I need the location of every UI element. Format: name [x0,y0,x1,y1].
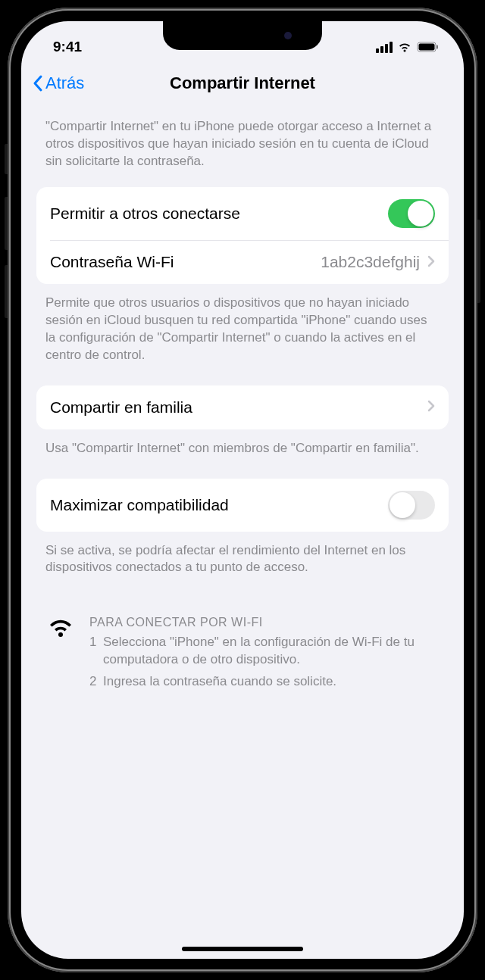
family-sharing-footer: Usa "Compartir Internet" con miembros de… [36,429,449,479]
silent-switch [5,144,8,174]
wifi-instructions-content: PARA CONECTAR POR WI-FI 1 Selecciona "iP… [89,616,440,695]
home-indicator[interactable] [182,947,303,951]
svg-rect-1 [419,44,435,51]
svg-rect-2 [436,45,438,49]
page-title: Compartir Internet [170,73,315,93]
maximize-compat-row[interactable]: Maximizar compatibilidad [36,479,449,532]
status-time: 9:41 [53,39,82,55]
maximize-compat-label: Maximizar compatibilidad [50,496,229,514]
allow-others-footer: Permite que otros usuarios o dispositivo… [36,284,449,385]
hotspot-settings-group: Permitir a otros conectarse Contraseña W… [36,187,449,284]
chevron-right-icon [427,253,435,271]
maximize-compat-toggle[interactable] [388,491,435,520]
allow-others-row[interactable]: Permitir a otros conectarse [36,187,449,240]
wifi-instructions-heading: PARA CONECTAR POR WI-FI [89,616,440,629]
family-sharing-group: Compartir en familia [36,385,449,429]
family-sharing-row[interactable]: Compartir en familia [36,385,449,429]
intro-description: "Compartir Internet" en tu iPhone puede … [36,105,449,187]
wifi-password-label: Contraseña Wi-Fi [50,253,174,271]
notch [163,21,322,50]
content-scroll[interactable]: "Compartir Internet" en tu iPhone puede … [21,105,464,944]
nav-bar: Atrás Compartir Internet [21,62,464,105]
wifi-password-value: 1ab2c3defghij [321,253,435,271]
cellular-signal-icon [376,42,393,53]
battery-icon [417,42,440,52]
wifi-instruction-step-1: 1 Selecciona "iPhone" en la configuració… [89,634,440,669]
maximize-compat-footer: Si se activa, se podría afectar el rendi… [36,532,449,598]
volume-down [5,265,8,318]
wifi-icon [397,42,412,53]
family-sharing-label: Compartir en familia [50,398,192,417]
chevron-left-icon [32,74,44,92]
wifi-large-icon [45,616,76,695]
back-button[interactable]: Atrás [32,73,84,93]
wifi-instruction-step-2: 2 Ingresa la contraseña cuando se solici… [89,673,440,691]
power-button [477,220,480,303]
allow-others-label: Permitir a otros conectarse [50,204,240,223]
chevron-right-icon [427,400,435,415]
phone-frame: 9:41 Atrás Compartir Internet "Com [8,8,477,972]
volume-up [5,197,8,250]
compatibility-group: Maximizar compatibilidad [36,479,449,532]
wifi-instructions: PARA CONECTAR POR WI-FI 1 Selecciona "iP… [36,598,449,695]
screen: 9:41 Atrás Compartir Internet "Com [21,21,464,959]
allow-others-toggle[interactable] [388,199,435,228]
status-icons [376,42,440,53]
back-label: Atrás [45,73,84,93]
wifi-password-row[interactable]: Contraseña Wi-Fi 1ab2c3defghij [50,240,449,284]
